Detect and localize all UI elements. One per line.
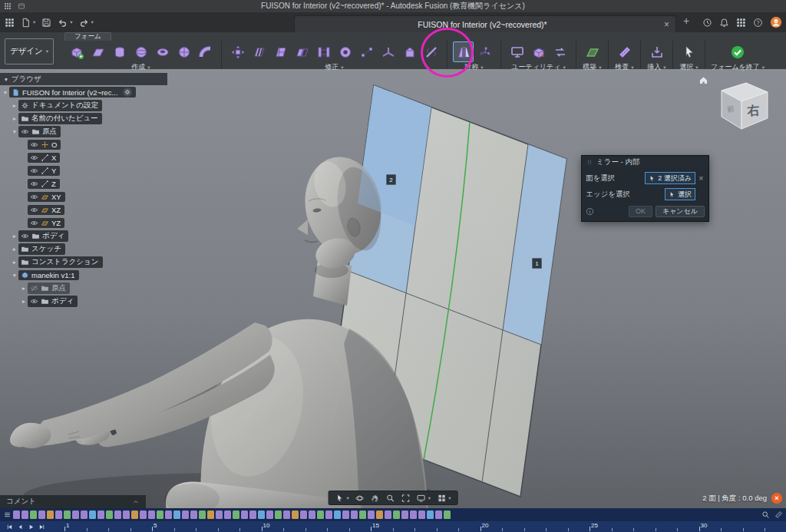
timeline-zoom-icon[interactable] [761, 511, 770, 519]
browser-item[interactable]: Z [0, 177, 167, 190]
pipe-button[interactable] [195, 41, 216, 62]
box-button[interactable] [66, 41, 87, 62]
go-to-end-button[interactable] [38, 524, 45, 530]
clear-selection-button[interactable]: × [698, 174, 705, 183]
timeline-feature-sketch[interactable] [317, 511, 324, 519]
pan-icon[interactable] [371, 494, 380, 503]
toolbar-group-label[interactable]: 検査▾ [615, 62, 633, 72]
toolbar-group-label[interactable]: フォームを終了▾ [711, 62, 765, 72]
zoom-icon[interactable] [386, 494, 395, 503]
timeline-feature-form[interactable] [241, 511, 248, 519]
construct-plane-button[interactable] [582, 41, 603, 62]
timeline-ruler[interactable]: 151015202530 [64, 521, 786, 532]
timeline-feature-mirror[interactable] [173, 511, 180, 519]
toolbar-group-label[interactable]: ユーティリティ▾ [511, 62, 566, 72]
timeline-feature-form[interactable] [410, 511, 417, 519]
timeline-feature-form[interactable] [283, 511, 290, 519]
redo-icon[interactable] [79, 18, 89, 28]
sphere-button[interactable] [130, 41, 151, 62]
timeline-feature-form[interactable] [401, 511, 408, 519]
tree-caret-icon[interactable]: ▾ [2, 89, 9, 96]
visibility-eye-icon[interactable] [30, 180, 38, 188]
tab-close-button[interactable]: × [664, 20, 669, 29]
undo-icon[interactable] [58, 18, 68, 28]
timeline-feature-sketch[interactable] [275, 511, 282, 519]
faces-selected-chip[interactable]: 2 選択済み [645, 172, 695, 184]
plane-button[interactable] [88, 41, 108, 62]
browser-item[interactable]: XZ [0, 203, 167, 216]
tree-caret-icon[interactable]: ▸ [20, 298, 28, 305]
visibility-eye-icon[interactable] [30, 154, 38, 162]
timeline-feature-sketch[interactable] [233, 511, 239, 519]
data-panel-icon[interactable] [5, 18, 15, 28]
timeline-feature-form[interactable] [72, 511, 79, 519]
visibility-eye-icon[interactable] [30, 167, 38, 175]
measure-button[interactable] [614, 41, 635, 62]
tree-caret-icon[interactable]: ▾ [11, 272, 18, 279]
timeline-feature-form[interactable] [368, 511, 375, 519]
display-settings-icon[interactable] [417, 494, 426, 503]
slide-edge-button[interactable] [421, 41, 441, 62]
timeline-feature-mirror[interactable] [258, 511, 265, 519]
notifications-icon[interactable] [719, 18, 729, 28]
insert-edge-button[interactable] [249, 41, 269, 62]
orbit-icon[interactable] [355, 494, 365, 503]
timeline-feature-sketch[interactable] [393, 511, 400, 519]
toolbar-group-label[interactable]: 挿入▾ [647, 62, 665, 72]
circular-internal-button[interactable] [474, 41, 495, 62]
timeline-feature-sketch[interactable] [359, 511, 366, 519]
tree-caret-icon[interactable]: ▸ [11, 115, 18, 122]
item-settings-gear-icon[interactable] [123, 88, 132, 97]
timeline-feature-plane[interactable] [207, 511, 214, 519]
extensions-grid-icon[interactable] [736, 18, 746, 28]
timeline-feature-sketch[interactable] [64, 511, 71, 519]
browser-item[interactable]: ▾FUISON for Interior (v2~rec... [0, 86, 167, 98]
browser-item[interactable]: ▾原点 [0, 125, 167, 137]
visibility-eye-icon[interactable] [30, 193, 38, 201]
timeline-feature-form[interactable] [249, 511, 256, 519]
timeline-feature-plane[interactable] [131, 511, 138, 519]
tree-caret-icon[interactable]: ▸ [11, 102, 18, 109]
timeline-feature-form[interactable] [123, 511, 130, 519]
convert-button[interactable] [550, 41, 570, 62]
help-icon[interactable]: ? [753, 18, 763, 28]
save-icon[interactable] [41, 18, 51, 28]
timeline-feature-form[interactable] [266, 511, 273, 519]
timeline-feature-mirror[interactable] [427, 511, 434, 519]
viewcube[interactable]: 前 右 [698, 74, 778, 140]
clear-selection-badge[interactable]: × [771, 493, 782, 504]
torus-button[interactable] [152, 41, 173, 62]
browser-item[interactable]: ▸原点 [0, 282, 167, 294]
timeline-feature-mirror[interactable] [334, 511, 341, 519]
browser-item[interactable]: ▸名前の付いたビュー [0, 112, 167, 124]
timeline-feature-form[interactable] [435, 511, 442, 519]
toolbar-group-label[interactable]: 構築▾ [583, 62, 601, 72]
visibility-eye-icon[interactable] [30, 206, 38, 214]
ok-button[interactable]: OK [629, 206, 652, 217]
timeline-feature-form[interactable] [55, 511, 62, 519]
select-tool-icon[interactable] [335, 494, 345, 503]
browser-item[interactable]: XY [0, 190, 167, 203]
finish-form-button[interactable] [728, 41, 748, 62]
weld-button[interactable] [356, 41, 377, 62]
tree-caret-icon[interactable]: ▸ [20, 285, 28, 292]
timeline-feature-sketch[interactable] [444, 511, 451, 519]
file-menu-icon[interactable] [21, 18, 31, 28]
chevron-up-icon[interactable] [132, 498, 140, 506]
tree-caret-icon[interactable]: ▸ [11, 233, 18, 240]
timeline-feature-plane[interactable] [292, 511, 299, 519]
mirror-internal-button[interactable] [453, 41, 474, 62]
viewport-layout-icon[interactable] [437, 494, 446, 503]
timeline-feature-plane[interactable] [376, 511, 383, 519]
timeline-feature-form[interactable] [224, 511, 231, 519]
timeline-feature-form[interactable] [148, 511, 155, 519]
user-avatar[interactable] [770, 16, 782, 28]
visibility-eye-icon[interactable] [21, 232, 29, 240]
timeline-feature-form[interactable] [216, 511, 223, 519]
browser-item[interactable]: ▸コンストラクション [0, 256, 167, 268]
bevel-edge-button[interactable] [399, 41, 420, 62]
timeline-feature-form[interactable] [385, 511, 391, 519]
timeline-feature-form[interactable] [300, 511, 307, 519]
tree-caret-icon[interactable]: ▸ [11, 259, 18, 266]
timeline-feature-form[interactable] [21, 511, 28, 519]
